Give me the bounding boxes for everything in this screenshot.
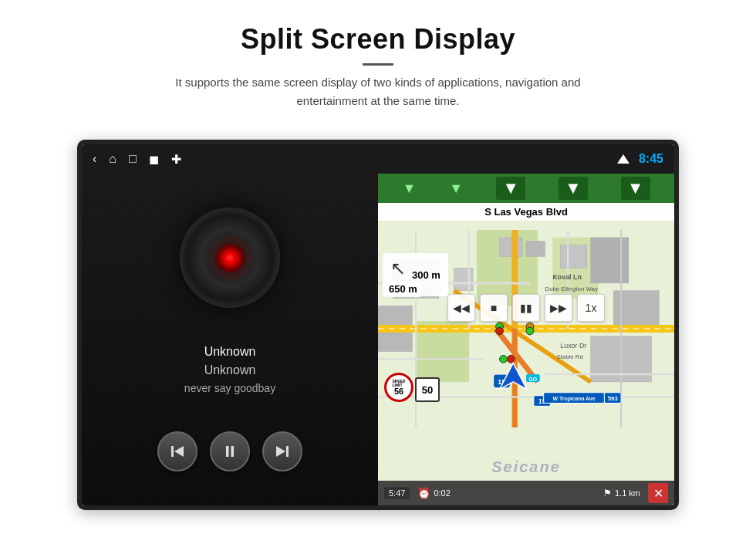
distance-label: 650 m	[384, 281, 422, 297]
current-speed: 50	[415, 377, 440, 402]
speed-limit-sign: SPEEDLIMIT 56	[384, 373, 413, 402]
svg-rect-2	[226, 446, 229, 457]
status-time: 8:45	[639, 152, 663, 166]
svg-marker-1	[174, 446, 184, 457]
nav-top-bar: ▼ ▼ ▼ ▼ ▼	[378, 174, 674, 203]
nav-arrow-4: ▼	[559, 177, 588, 200]
svg-rect-4	[286, 446, 289, 457]
next-button[interactable]	[262, 431, 302, 471]
page-subtitle: It supports the same screen display of t…	[147, 73, 609, 110]
album-dot	[227, 255, 233, 261]
turn-distance: 300 m	[412, 269, 440, 281]
svg-text:Stable Rd: Stable Rd	[556, 353, 583, 360]
page-wrapper: Split Screen Display It supports the sam…	[0, 0, 756, 554]
speed-outer: SPEEDLIMIT 56	[384, 373, 413, 402]
svg-point-34	[496, 327, 504, 335]
svg-text:GO: GO	[529, 377, 538, 382]
triangle-icon	[617, 154, 629, 164]
image-icon[interactable]: ◼	[149, 152, 159, 167]
home-icon[interactable]: ⌂	[109, 152, 116, 166]
svg-rect-14	[613, 291, 659, 329]
navigation-panel: ▼ ▼ ▼ ▼ ▼ S Las Vegas Blvd	[378, 174, 674, 505]
svg-text:Koval Ln: Koval Ln	[552, 273, 581, 281]
svg-rect-12	[560, 245, 586, 269]
nav-arrow-5: ▼	[621, 177, 650, 200]
nav-arrow-3: ▼	[496, 177, 525, 200]
eta-duration: ⏰ 0:02	[417, 487, 450, 499]
eta-distance: ⚑ 1.1 km	[603, 488, 640, 498]
watermark: Seicane	[378, 458, 674, 476]
clock-icon: ⏰	[417, 487, 430, 499]
album-center	[213, 241, 248, 275]
nav-speed-button[interactable]: 1x	[577, 294, 605, 322]
nav-street-name: S Las Vegas Blvd	[378, 203, 674, 221]
page-title: Split Screen Display	[147, 23, 609, 56]
map-area: 15 15 W Tropicana Ave 593 Koval Ln Duke …	[378, 221, 674, 437]
usb-icon[interactable]: ✚	[171, 152, 181, 167]
track-artist: Unknown	[184, 363, 275, 377]
music-controls	[157, 431, 302, 471]
device-screen: ‹ ⌂ □ ◼ ✚ 8:45 Unknown	[77, 140, 679, 510]
svg-point-36	[526, 327, 534, 335]
music-player-panel: Unknown Unknown never say goodbay	[82, 174, 378, 505]
svg-marker-5	[276, 446, 285, 457]
distance-icon: ⚑	[603, 488, 612, 498]
back-icon[interactable]: ‹	[93, 152, 96, 166]
nav-prev-button[interactable]: ◀◀	[447, 294, 475, 322]
svg-point-38	[507, 355, 515, 363]
nav-arrow-1: ▼	[403, 181, 417, 197]
status-bar-left: ‹ ⌂ □ ◼ ✚	[93, 152, 181, 167]
track-title: Unknown	[184, 345, 275, 359]
status-bar: ‹ ⌂ □ ◼ ✚ 8:45	[82, 144, 674, 174]
nav-arrow-2: ▼	[449, 181, 463, 197]
pause-button[interactable]	[210, 431, 250, 471]
eta-time: 5:47	[384, 487, 410, 499]
svg-rect-3	[231, 446, 235, 457]
nav-overlay-controls: ◀◀ ■ ▮▮ ▶▶ 1x	[447, 294, 605, 322]
prev-button[interactable]	[157, 431, 197, 471]
svg-text:593: 593	[608, 395, 619, 402]
windows-icon[interactable]: □	[129, 152, 137, 166]
svg-rect-13	[591, 238, 629, 283]
svg-text:Duke Ellington Way: Duke Ellington Way	[545, 285, 598, 292]
svg-rect-11	[526, 242, 545, 257]
nav-checkered-button[interactable]: ■	[480, 294, 508, 322]
status-bar-right: 8:45	[617, 152, 663, 166]
nav-pause-button[interactable]: ▮▮	[512, 294, 540, 322]
album-art	[180, 208, 280, 308]
title-section: Split Screen Display It supports the sam…	[147, 23, 609, 127]
nav-close-button[interactable]: ✕	[648, 483, 668, 503]
nav-status-bar: 5:47 ⏰ 0:02 ⚑ 1.1 km ✕	[378, 481, 674, 505]
svg-rect-0	[171, 446, 174, 457]
split-screen: Unknown Unknown never say goodbay	[82, 174, 674, 505]
svg-text:Luxor Dr: Luxor Dr	[560, 342, 586, 350]
svg-point-37	[500, 355, 508, 363]
svg-rect-10	[500, 238, 523, 257]
track-info: Unknown Unknown never say goodbay	[184, 345, 275, 394]
title-divider	[363, 63, 393, 66]
nav-next-button[interactable]: ▶▶	[545, 294, 572, 322]
track-name: never say goodbay	[184, 382, 275, 394]
svg-text:W Tropicana Ave: W Tropicana Ave	[553, 396, 596, 402]
